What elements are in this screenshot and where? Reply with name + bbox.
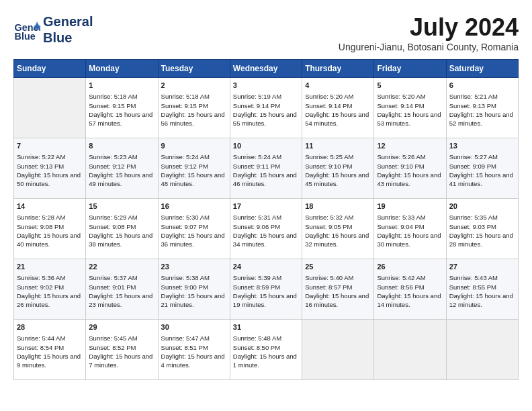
- day-number: 10: [233, 141, 299, 151]
- calendar-cell: 27 Sunrise: 5:43 AM Sunset: 8:55 PM Dayl…: [446, 259, 518, 320]
- logo-icon: General Blue: [13, 16, 40, 43]
- sunrise-label: Sunrise: 5:44 AM: [17, 334, 65, 342]
- day-number: 19: [377, 201, 443, 212]
- calendar-cell: 21 Sunrise: 5:36 AM Sunset: 9:02 PM Dayl…: [14, 259, 86, 320]
- calendar-cell: 24 Sunrise: 5:39 AM Sunset: 8:59 PM Dayl…: [230, 259, 302, 320]
- sunrise-label: Sunrise: 5:45 AM: [89, 334, 137, 342]
- calendar-cell: 26 Sunrise: 5:42 AM Sunset: 8:56 PM Dayl…: [374, 259, 446, 320]
- sunrise-label: Sunrise: 5:40 AM: [305, 274, 353, 281]
- daylight-label: Daylight: 15 hours and 38 minutes.: [89, 232, 152, 248]
- calendar-week-row: 7 Sunrise: 5:22 AM Sunset: 9:13 PM Dayli…: [14, 138, 519, 199]
- sunset-label: Sunset: 9:12 PM: [161, 163, 208, 170]
- sunrise-label: Sunrise: 5:21 AM: [449, 93, 498, 100]
- calendar-cell: 20 Sunrise: 5:35 AM Sunset: 9:03 PM Dayl…: [446, 199, 518, 259]
- daylight-label: Daylight: 15 hours and 49 minutes.: [89, 171, 152, 187]
- sunset-label: Sunset: 8:50 PM: [233, 344, 280, 351]
- sunrise-label: Sunrise: 5:37 AM: [89, 274, 137, 281]
- sunset-label: Sunset: 9:03 PM: [449, 223, 496, 230]
- calendar-cell: [446, 320, 518, 380]
- daylight-label: Daylight: 15 hours and 23 minutes.: [89, 292, 152, 308]
- day-number: 15: [89, 201, 154, 212]
- calendar-cell: [374, 320, 446, 380]
- daylight-label: Daylight: 15 hours and 19 minutes.: [233, 292, 297, 308]
- calendar-cell: 16 Sunrise: 5:30 AM Sunset: 9:07 PM Dayl…: [158, 199, 230, 259]
- daylight-label: Daylight: 15 hours and 55 minutes.: [233, 111, 297, 127]
- sunrise-label: Sunrise: 5:31 AM: [233, 214, 281, 221]
- calendar-cell: 31 Sunrise: 5:48 AM Sunset: 8:50 PM Dayl…: [230, 320, 302, 380]
- calendar-cell: 6 Sunrise: 5:21 AM Sunset: 9:13 PM Dayli…: [446, 78, 518, 138]
- calendar-cell: 3 Sunrise: 5:19 AM Sunset: 9:14 PM Dayli…: [230, 78, 302, 138]
- sunrise-label: Sunrise: 5:35 AM: [449, 214, 498, 221]
- calendar-cell: 17 Sunrise: 5:31 AM Sunset: 9:06 PM Dayl…: [230, 199, 302, 259]
- sunrise-label: Sunrise: 5:33 AM: [377, 214, 425, 221]
- daylight-label: Daylight: 15 hours and 46 minutes.: [233, 171, 297, 187]
- weekday-header-row: SundayMondayTuesdayWednesdayThursdayFrid…: [14, 60, 519, 78]
- calendar-cell: 2 Sunrise: 5:18 AM Sunset: 9:15 PM Dayli…: [158, 78, 230, 138]
- calendar-cell: 9 Sunrise: 5:24 AM Sunset: 9:12 PM Dayli…: [158, 138, 230, 199]
- calendar-week-row: 28 Sunrise: 5:44 AM Sunset: 8:54 PM Dayl…: [14, 320, 519, 380]
- daylight-label: Daylight: 15 hours and 57 minutes.: [89, 111, 152, 127]
- sunset-label: Sunset: 8:56 PM: [377, 283, 424, 291]
- sunrise-label: Sunrise: 5:23 AM: [89, 153, 137, 161]
- daylight-label: Daylight: 15 hours and 4 minutes.: [161, 353, 225, 369]
- daylight-label: Daylight: 15 hours and 16 minutes.: [305, 292, 369, 308]
- calendar-cell: 18 Sunrise: 5:32 AM Sunset: 9:05 PM Dayl…: [302, 199, 374, 259]
- sunrise-label: Sunrise: 5:24 AM: [233, 153, 281, 161]
- sunset-label: Sunset: 9:15 PM: [161, 102, 208, 109]
- daylight-label: Daylight: 15 hours and 40 minutes.: [17, 232, 81, 248]
- calendar-cell: 7 Sunrise: 5:22 AM Sunset: 9:13 PM Dayli…: [14, 138, 86, 199]
- day-number: 26: [377, 262, 443, 272]
- sunset-label: Sunset: 8:55 PM: [449, 283, 496, 291]
- sunrise-label: Sunrise: 5:30 AM: [161, 214, 210, 221]
- day-number: 22: [89, 262, 154, 272]
- calendar-cell: 22 Sunrise: 5:37 AM Sunset: 9:01 PM Dayl…: [86, 259, 158, 320]
- day-number: 29: [89, 322, 154, 332]
- daylight-label: Daylight: 15 hours and 52 minutes.: [449, 111, 513, 127]
- calendar-cell: 19 Sunrise: 5:33 AM Sunset: 9:04 PM Dayl…: [374, 199, 446, 259]
- daylight-label: Daylight: 15 hours and 41 minutes.: [449, 171, 513, 187]
- day-number: 5: [377, 81, 443, 91]
- day-number: 6: [449, 81, 515, 91]
- day-number: 23: [161, 262, 227, 272]
- sunrise-label: Sunrise: 5:29 AM: [89, 214, 137, 221]
- calendar-cell: 13 Sunrise: 5:27 AM Sunset: 9:09 PM Dayl…: [446, 138, 518, 199]
- daylight-label: Daylight: 15 hours and 7 minutes.: [89, 353, 152, 369]
- sunset-label: Sunset: 9:08 PM: [89, 223, 136, 230]
- sunset-label: Sunset: 9:05 PM: [305, 223, 352, 230]
- calendar-body: 1 Sunrise: 5:18 AM Sunset: 9:15 PM Dayli…: [14, 78, 519, 380]
- sunset-label: Sunset: 9:01 PM: [89, 283, 136, 291]
- calendar-cell: 10 Sunrise: 5:24 AM Sunset: 9:11 PM Dayl…: [230, 138, 302, 199]
- sunset-label: Sunset: 9:08 PM: [17, 223, 64, 230]
- day-number: 8: [89, 141, 154, 151]
- daylight-label: Daylight: 15 hours and 32 minutes.: [305, 232, 369, 248]
- daylight-label: Daylight: 15 hours and 34 minutes.: [233, 232, 297, 248]
- day-number: 13: [449, 141, 515, 151]
- day-number: 9: [161, 141, 227, 151]
- sunrise-label: Sunrise: 5:25 AM: [305, 153, 353, 161]
- day-number: 14: [17, 201, 83, 212]
- calendar-cell: 14 Sunrise: 5:28 AM Sunset: 9:08 PM Dayl…: [14, 199, 86, 259]
- sunrise-label: Sunrise: 5:48 AM: [233, 334, 281, 342]
- calendar-cell: 25 Sunrise: 5:40 AM Sunset: 8:57 PM Dayl…: [302, 259, 374, 320]
- sunset-label: Sunset: 9:06 PM: [233, 223, 280, 230]
- calendar-cell: 29 Sunrise: 5:45 AM Sunset: 8:52 PM Dayl…: [86, 320, 158, 380]
- day-number: 7: [17, 141, 83, 151]
- calendar-cell: 15 Sunrise: 5:29 AM Sunset: 9:08 PM Dayl…: [86, 199, 158, 259]
- sunset-label: Sunset: 8:57 PM: [305, 283, 352, 291]
- daylight-label: Daylight: 15 hours and 45 minutes.: [305, 171, 369, 187]
- calendar-cell: 30 Sunrise: 5:47 AM Sunset: 8:51 PM Dayl…: [158, 320, 230, 380]
- day-number: 31: [233, 322, 299, 332]
- month-title: July 2024: [339, 13, 519, 42]
- sunset-label: Sunset: 9:02 PM: [17, 283, 64, 291]
- sunrise-label: Sunrise: 5:18 AM: [161, 93, 210, 100]
- sunrise-label: Sunrise: 5:19 AM: [233, 93, 281, 100]
- day-number: 3: [233, 81, 299, 91]
- weekday-header: Monday: [86, 60, 158, 78]
- weekday-header: Wednesday: [230, 60, 302, 78]
- calendar-cell: 8 Sunrise: 5:23 AM Sunset: 9:12 PM Dayli…: [86, 138, 158, 199]
- logo-line2: Blue: [43, 30, 93, 46]
- daylight-label: Daylight: 15 hours and 56 minutes.: [161, 111, 225, 127]
- daylight-label: Daylight: 15 hours and 21 minutes.: [161, 292, 225, 308]
- page-header: General Blue General Blue July 2024 Ungu…: [13, 13, 519, 52]
- day-number: 28: [17, 322, 83, 332]
